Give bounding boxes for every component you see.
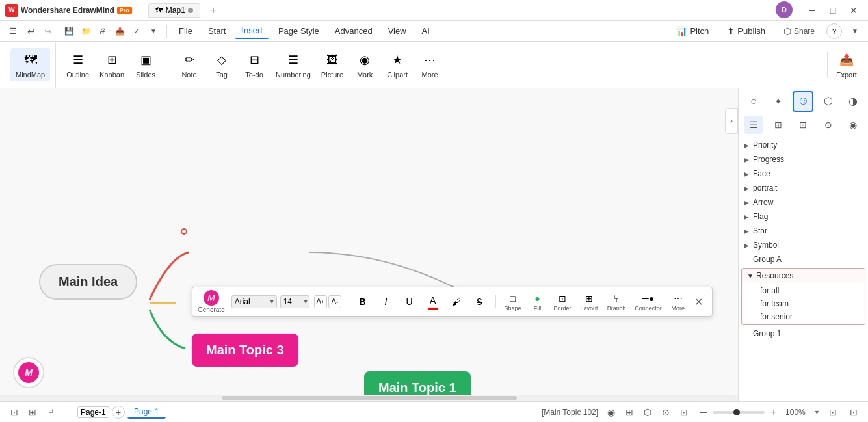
- group-a-item[interactable]: Group A: [739, 252, 868, 267]
- font-color-button[interactable]: A: [423, 293, 443, 311]
- horizontal-scrollbar[interactable]: [0, 395, 738, 401]
- menu-view[interactable]: View: [382, 23, 413, 38]
- panel-icon-themes[interactable]: ⬡: [818, 91, 839, 112]
- increase-font-button[interactable]: A+: [314, 295, 327, 308]
- export-tool[interactable]: 📤 Export: [830, 48, 863, 81]
- fullscreen-button[interactable]: ⊡: [846, 404, 861, 420]
- fit-icon-2[interactable]: ⊞: [622, 404, 637, 420]
- close-toolbar-button[interactable]: ✕: [691, 294, 707, 310]
- resources-header[interactable]: ▼ Resources: [742, 269, 865, 283]
- status-icon-1[interactable]: ⊡: [7, 404, 22, 420]
- group-1-item[interactable]: Group 1: [739, 326, 868, 341]
- fill-button[interactable]: ● Fill: [527, 291, 548, 313]
- save-button[interactable]: 💾: [61, 23, 77, 39]
- resource-for-senior[interactable]: for senior: [755, 310, 865, 323]
- strikethrough-button[interactable]: S̶: [469, 295, 490, 309]
- sub-icon-eye[interactable]: ◉: [844, 116, 862, 134]
- maximize-button[interactable]: □: [824, 1, 842, 20]
- main-idea-node[interactable]: Main Idea: [39, 264, 137, 300]
- decrease-font-button[interactable]: A-: [328, 295, 341, 308]
- tag-tool[interactable]: ◇ Tag: [205, 48, 238, 81]
- status-icon-3[interactable]: ⑂: [43, 404, 59, 420]
- more-menu-button[interactable]: ▼: [847, 23, 863, 39]
- menu-advanced[interactable]: Advanced: [328, 23, 379, 38]
- zoom-out-button[interactable]: ─: [697, 406, 710, 419]
- page-selector[interactable]: Page-1: [77, 406, 109, 418]
- fit-to-window-button[interactable]: ⊡: [825, 404, 841, 420]
- status-icon-2[interactable]: ⊞: [25, 404, 40, 420]
- resource-for-team[interactable]: for team: [755, 297, 865, 310]
- panel-icon-ai[interactable]: ✦: [768, 91, 789, 112]
- generate-button[interactable]: M Generate: [198, 290, 225, 313]
- fit-icon-3[interactable]: ⬡: [640, 404, 655, 420]
- clipart-tool[interactable]: ★ Clipart: [381, 48, 414, 81]
- menu-file[interactable]: File: [172, 23, 199, 38]
- menu-page-style[interactable]: Page Style: [272, 23, 326, 38]
- user-avatar[interactable]: D: [776, 1, 793, 18]
- map-tab[interactable]: 🗺 Map1: [148, 3, 200, 18]
- canvas[interactable]: Main Idea Main Topic 1 Main Topic 3 Conn…: [0, 88, 738, 401]
- sub-icon-border[interactable]: ⊡: [794, 116, 812, 134]
- bold-button[interactable]: B: [352, 295, 373, 309]
- layout-button[interactable]: ⊞ Layout: [577, 291, 601, 313]
- resource-for-all[interactable]: for all: [755, 284, 865, 297]
- more-tool[interactable]: ⋯ More: [414, 48, 446, 81]
- fit-icon-4[interactable]: ⊙: [658, 404, 674, 420]
- panel-icon-time[interactable]: ◑: [843, 91, 863, 112]
- main-topic-3-node[interactable]: Main Topic 3: [192, 334, 298, 367]
- outline-tool[interactable]: ☰ Outline: [61, 48, 94, 81]
- progress-item[interactable]: ▶ Progress: [739, 152, 868, 166]
- add-page-button[interactable]: +: [112, 406, 125, 419]
- export-small-button[interactable]: 📤: [112, 23, 127, 39]
- down-arrow-button[interactable]: ▼: [146, 23, 161, 39]
- panel-icon-marks[interactable]: ☺: [793, 91, 813, 112]
- star-item[interactable]: ▶ Star: [739, 224, 868, 238]
- collapse-panel-button[interactable]: ›: [725, 108, 738, 134]
- pitch-button[interactable]: 📊 Pitch: [670, 23, 715, 39]
- slides-tool[interactable]: ▣ Slides: [129, 48, 162, 81]
- check-button[interactable]: ✓: [129, 23, 144, 39]
- highlight-button[interactable]: 🖌: [446, 295, 467, 309]
- fit-icon-5[interactable]: ⊡: [676, 404, 692, 420]
- note-tool[interactable]: ✏ Note: [173, 48, 205, 81]
- help-button[interactable]: ?: [826, 23, 842, 39]
- redo-button[interactable]: ↪: [40, 23, 56, 39]
- priority-item[interactable]: ▶ Priority: [739, 138, 868, 152]
- arrow-item[interactable]: ▶ Arrow: [739, 195, 868, 209]
- share-button[interactable]: ⬡ Share: [777, 23, 821, 39]
- connector-button[interactable]: ─● Connector: [631, 291, 665, 313]
- print-button[interactable]: 🖨: [95, 23, 111, 39]
- zoom-slider[interactable]: [713, 411, 765, 414]
- panel-icon-shapes[interactable]: ○: [743, 91, 764, 112]
- kanban-tool[interactable]: ⊞ Kanban: [94, 48, 129, 81]
- underline-button[interactable]: U: [399, 295, 420, 309]
- close-button[interactable]: ✕: [845, 1, 863, 20]
- more-tt-button[interactable]: ⋯ More: [668, 291, 689, 313]
- undo-button[interactable]: ↩: [23, 23, 39, 39]
- branch-button[interactable]: ⑂ Branch: [604, 291, 629, 313]
- symbol-item[interactable]: ▶ Symbol: [739, 238, 868, 252]
- mark-tool[interactable]: ◉ Mark: [349, 48, 381, 81]
- menu-insert[interactable]: Insert: [235, 23, 269, 39]
- face-item[interactable]: ▶ Face: [739, 166, 868, 181]
- portrait-item[interactable]: ▶ portrait: [739, 181, 868, 195]
- minimize-button[interactable]: ─: [803, 1, 821, 20]
- publish-button[interactable]: ⬆ Publish: [720, 23, 772, 39]
- todo-tool[interactable]: ⊟ To-do: [238, 48, 270, 81]
- menu-start[interactable]: Start: [202, 23, 232, 38]
- picture-tool[interactable]: 🖼 Picture: [316, 48, 349, 81]
- new-tab-button[interactable]: +: [205, 3, 221, 18]
- sidebar-toggle[interactable]: ☰: [5, 23, 21, 39]
- sub-icon-circle[interactable]: ⊙: [819, 116, 837, 134]
- menu-ai[interactable]: AI: [415, 23, 436, 38]
- flag-item[interactable]: ▶ Flag: [739, 209, 868, 224]
- zoom-slider-thumb[interactable]: [733, 409, 740, 415]
- italic-button[interactable]: I: [376, 295, 397, 309]
- page-tab-1[interactable]: Page-1: [127, 406, 166, 419]
- scrollbar-thumb[interactable]: [222, 396, 517, 400]
- floating-logo[interactable]: M: [13, 357, 44, 388]
- sub-icon-grid[interactable]: ⊞: [769, 116, 787, 134]
- zoom-in-button[interactable]: +: [767, 406, 780, 419]
- sub-icon-list[interactable]: ☰: [744, 116, 763, 134]
- open-button[interactable]: 📁: [78, 23, 94, 39]
